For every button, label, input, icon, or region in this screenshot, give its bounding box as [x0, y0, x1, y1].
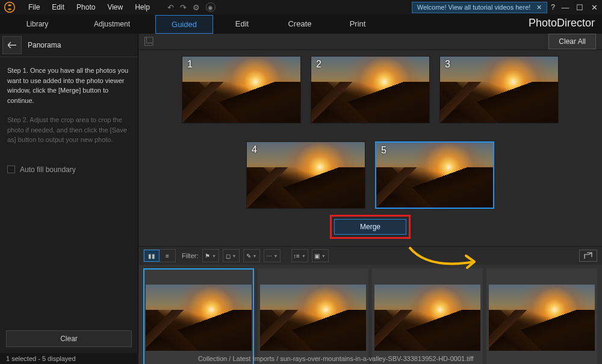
staging-grid: 1 2 3 4 5	[150, 56, 590, 209]
list-view-button[interactable]: ≡	[160, 250, 175, 262]
menu-photo[interactable]: Photo	[71, 1, 101, 14]
sidebar: Panorama Step 1. Once you have all the p…	[0, 34, 138, 353]
bell-icon[interactable]: ◉	[206, 2, 216, 12]
filter-edit-button[interactable]: ✎▼	[244, 250, 259, 262]
undo-icon[interactable]: ↶	[167, 3, 174, 12]
app-logo	[2, 0, 17, 14]
maximize-button[interactable]: ☐	[574, 3, 585, 12]
thumb-number: 3	[445, 59, 450, 70]
status-path: Collection / Latest Imports / sun-rays-o…	[198, 355, 474, 362]
share-icon	[584, 252, 592, 259]
title-quick-icons: ↶ ↷ ⚙ ◉	[167, 2, 216, 12]
instructions: Step 1. Once you have all the photos you…	[0, 57, 138, 163]
tab-create[interactable]: Create	[271, 15, 329, 34]
stage-thumb-2[interactable]: 2	[311, 56, 430, 123]
back-button[interactable]	[2, 36, 22, 54]
tab-library[interactable]: Library	[0, 15, 75, 33]
content-area: ⿺ Clear All 1 2 3 4 5 Merge	[138, 34, 602, 353]
photo-browser: ▮▮ ≡ Filter: ⚑▼ ◻▼ ✎▼ ⋯▼ ↕≡▼ ▣▼	[138, 246, 602, 364]
stage-thumb-4[interactable]: 4	[246, 141, 365, 209]
menu-edit[interactable]: Edit	[46, 1, 70, 14]
thumb-number: 4	[252, 144, 257, 155]
sort-button[interactable]: ↕≡▼	[292, 250, 308, 262]
welcome-banner[interactable]: Welcome! View all tutorial videos here! …	[412, 2, 548, 13]
strip-thumb-3[interactable]	[372, 268, 483, 364]
stage-thumb-5[interactable]: 5	[375, 141, 494, 209]
status-selection: 1 selected - 5 displayed	[6, 355, 76, 362]
filter-more-button[interactable]: ⋯▼	[264, 250, 280, 262]
step-1-text: Step 1. Once you have all the photos you…	[7, 66, 131, 105]
thumb-number: 1	[187, 59, 193, 70]
menu-file[interactable]: File	[23, 1, 45, 14]
staging-area: 1 2 3 4 5 Merge	[138, 50, 602, 246]
merge-row: Merge	[150, 209, 590, 241]
content-toolbar: ⿺ Clear All	[138, 34, 602, 50]
stack-button[interactable]: ▣▼	[312, 250, 328, 262]
stage-thumb-3[interactable]: 3	[439, 56, 559, 123]
close-button[interactable]: ✕	[589, 3, 600, 12]
redo-icon[interactable]: ↷	[180, 3, 187, 12]
menu-help[interactable]: Help	[129, 1, 155, 14]
autofill-row[interactable]: Auto fill boundary	[0, 163, 138, 176]
welcome-text: Welcome! View all tutorial videos here!	[417, 4, 531, 11]
tab-edit[interactable]: Edit	[213, 15, 271, 34]
clear-all-button[interactable]: Clear All	[548, 34, 596, 49]
window-controls: — ☐ ✕	[560, 3, 600, 12]
help-icon[interactable]: ?	[551, 3, 555, 11]
filter-flag-group: ⚑▼	[202, 249, 219, 262]
thumb-number: 2	[316, 59, 321, 70]
stage-thumb-1[interactable]: 1	[182, 56, 301, 123]
mode-bar: Library Adjustment Guided Edit Create Pr…	[0, 14, 602, 34]
thumb-strip	[138, 265, 602, 364]
collapse-panel-icon[interactable]: ⿺	[144, 37, 153, 46]
strip-thumb-1[interactable]	[143, 268, 254, 364]
strip-thumb-4[interactable]	[486, 268, 597, 364]
tab-guided[interactable]: Guided	[155, 15, 213, 34]
filter-flag-button[interactable]: ⚑▼	[203, 250, 219, 262]
gear-icon[interactable]: ⚙	[193, 3, 200, 12]
autofill-label: Auto fill boundary	[20, 165, 76, 174]
thumb-view-button[interactable]: ▮▮	[144, 250, 160, 262]
tab-adjustment[interactable]: Adjustment	[75, 15, 149, 33]
thumb-number: 5	[381, 145, 386, 156]
share-button[interactable]	[579, 250, 597, 262]
filter-label: Filter:	[182, 252, 199, 259]
sidebar-header: Panorama	[0, 34, 138, 57]
strip-thumb-2[interactable]	[258, 268, 368, 364]
merge-button[interactable]: Merge	[334, 219, 406, 235]
svg-point-0	[5, 2, 15, 13]
view-mode-group: ▮▮ ≡	[143, 249, 176, 262]
minimize-button[interactable]: —	[560, 3, 571, 12]
app-name: PhotoDirector	[529, 17, 595, 29]
merge-highlight: Merge	[330, 215, 411, 239]
menu-view[interactable]: View	[102, 1, 128, 14]
tab-print[interactable]: Print	[329, 15, 386, 34]
panel-title: Panorama	[24, 36, 64, 54]
main-area: Panorama Step 1. Once you have all the p…	[0, 34, 602, 353]
browser-toolbar: ▮▮ ≡ Filter: ⚑▼ ◻▼ ✎▼ ⋯▼ ↕≡▼ ▣▼	[138, 247, 602, 265]
autofill-checkbox[interactable]	[7, 165, 15, 173]
close-icon[interactable]: ✕	[536, 4, 542, 11]
main-menu: File Edit Photo View Help	[23, 1, 155, 14]
clear-button[interactable]: Clear	[6, 330, 132, 347]
filter-label-button[interactable]: ◻▼	[223, 250, 239, 262]
step-2-text: Step 2. Adjust the crop area to crop the…	[7, 115, 131, 145]
title-bar: File Edit Photo View Help ↶ ↷ ⚙ ◉ Welcom…	[0, 0, 602, 14]
